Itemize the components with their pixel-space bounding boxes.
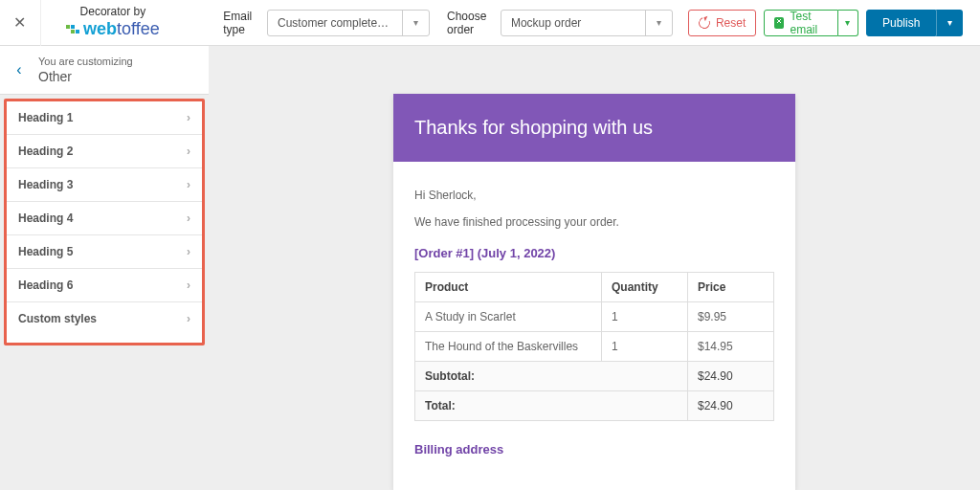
- test-email-label: Test email: [790, 10, 827, 36]
- brand-byline: Decorator by: [80, 6, 146, 19]
- customizing-label: You are customizing: [38, 56, 133, 67]
- toolbar: Email type Customer completed or… ▾ Choo…: [185, 10, 980, 36]
- option-heading-1[interactable]: Heading 1›: [7, 101, 202, 135]
- email-processed-text: We have finished processing your order.: [414, 215, 774, 229]
- option-custom-styles[interactable]: Custom styles›: [7, 302, 202, 343]
- subtotal-row: Subtotal: $24.90: [415, 362, 774, 391]
- col-price: Price: [688, 273, 774, 302]
- chevron-right-icon: ›: [187, 245, 190, 258]
- options-list: Heading 1› Heading 2› Heading 3› Heading…: [4, 99, 205, 345]
- email-type-value: Customer completed or…: [268, 16, 402, 30]
- customizer-sidebar: ‹ You are customizing Other Heading 1› H…: [0, 46, 209, 490]
- test-email-dropdown[interactable]: ▾: [838, 10, 858, 36]
- total-row: Total: $24.90: [415, 391, 774, 421]
- choose-order-select[interactable]: Mockup order ▾: [501, 10, 673, 36]
- email-type-select[interactable]: Customer completed or… ▾: [267, 10, 430, 36]
- chevron-right-icon: ›: [187, 312, 190, 325]
- chevron-right-icon: ›: [187, 212, 190, 225]
- order-heading: [Order #1] (July 1, 2022): [414, 246, 774, 260]
- publish-dropdown[interactable]: ▾: [936, 10, 963, 36]
- table-row: The Hound of the Baskervilles 1 $14.95: [415, 332, 774, 362]
- close-button[interactable]: ✕: [0, 0, 41, 46]
- col-product: Product: [415, 273, 602, 302]
- order-table: Product Quantity Price A Study in Scarle…: [414, 272, 774, 421]
- reset-label: Reset: [716, 16, 746, 30]
- section-title: Other: [38, 69, 133, 84]
- option-heading-5[interactable]: Heading 5›: [7, 235, 202, 269]
- option-heading-3[interactable]: Heading 3›: [7, 168, 202, 202]
- option-heading-4[interactable]: Heading 4›: [7, 202, 202, 235]
- publish-button[interactable]: Publish: [866, 10, 936, 36]
- option-heading-6[interactable]: Heading 6›: [7, 269, 202, 302]
- chevron-right-icon: ›: [187, 178, 190, 191]
- top-bar: ✕ Decorator by webtoffee Email type Cust…: [0, 0, 980, 46]
- brand-squares-icon: [66, 25, 79, 33]
- brand-wordmark: webtoffee: [83, 19, 160, 39]
- choose-order-value: Mockup order: [501, 16, 645, 30]
- chevron-down-icon: ▾: [402, 10, 429, 36]
- envelope-icon: [774, 17, 784, 29]
- publish-label: Publish: [882, 16, 920, 30]
- table-header-row: Product Quantity Price: [415, 273, 774, 302]
- reset-button[interactable]: Reset: [688, 10, 756, 36]
- brand-logo: Decorator by webtoffee: [41, 2, 186, 42]
- email-card: Thanks for shopping with us Hi Sherlock,…: [393, 94, 795, 490]
- reset-icon: [697, 15, 712, 31]
- chevron-right-icon: ›: [187, 111, 190, 124]
- email-type-label: Email type: [223, 10, 256, 36]
- table-row: A Study in Scarlet 1 $9.95: [415, 302, 774, 332]
- billing-heading: Billing address: [414, 442, 774, 457]
- section-header: ‹ You are customizing Other: [0, 46, 209, 95]
- choose-order-label: Choose order: [447, 10, 489, 36]
- test-email-button[interactable]: Test email: [764, 10, 837, 36]
- email-greeting: Hi Sherlock,: [414, 189, 774, 202]
- chevron-down-icon: ▾: [645, 10, 672, 36]
- col-qty: Quantity: [602, 273, 688, 302]
- email-preview: Thanks for shopping with us Hi Sherlock,…: [209, 46, 980, 490]
- chevron-right-icon: ›: [187, 145, 190, 158]
- email-hero: Thanks for shopping with us: [393, 94, 795, 162]
- chevron-right-icon: ›: [187, 278, 190, 292]
- option-heading-2[interactable]: Heading 2›: [7, 135, 202, 168]
- back-button[interactable]: ‹: [0, 61, 38, 78]
